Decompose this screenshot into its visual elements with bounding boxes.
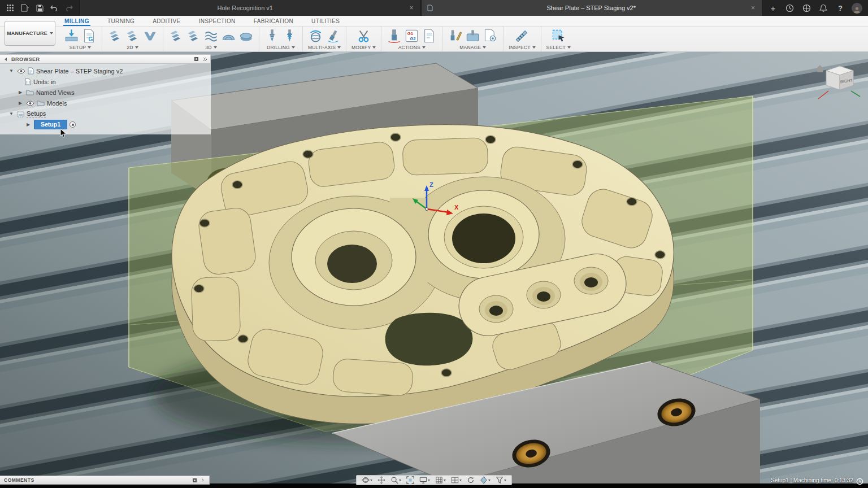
document-icon [28, 67, 34, 75]
notifications-bell-icon[interactable] [818, 2, 829, 14]
generate-nc-icon[interactable]: G [81, 28, 97, 43]
selection-filter-icon [496, 476, 504, 484]
orbit-button[interactable] [359, 476, 375, 485]
group-label-select[interactable]: SELECT [546, 45, 571, 50]
tree-row-models[interactable]: ▶ Models [0, 98, 211, 108]
close-icon[interactable]: × [408, 4, 414, 12]
collapse-left-icon[interactable] [3, 57, 8, 62]
refresh-icon [467, 476, 475, 484]
tab-utilities[interactable]: UTILITIES [310, 17, 341, 26]
selection-filter-button[interactable] [493, 476, 509, 485]
ribbon-group-drilling: DRILLING [259, 27, 303, 51]
group-label-multiaxis[interactable]: MULTI-AXIS [308, 45, 341, 50]
comments-expand-icon[interactable] [201, 478, 205, 482]
tab-milling[interactable]: MILLING [63, 17, 90, 26]
document-tab-active[interactable]: Shear Plate – STEP Staging v2* × [421, 0, 763, 16]
tree-row-named-views[interactable]: ▶ Named Views [0, 87, 211, 98]
visual-style-button[interactable] [478, 476, 493, 485]
visibility-eye-icon[interactable] [26, 101, 34, 106]
group-label-manage[interactable]: MANAGE [459, 45, 486, 50]
close-icon[interactable]: × [750, 4, 756, 12]
expand-caret-icon[interactable]: ▼ [8, 68, 15, 73]
app-grid-icon[interactable] [5, 2, 16, 14]
tree-row-document[interactable]: ▼ Shear Plate – STEP Staging v2 [0, 66, 211, 76]
scallop-icon[interactable] [221, 28, 236, 43]
group-label-2d[interactable]: 2D [127, 45, 138, 50]
expand-caret-icon[interactable]: ▼ [8, 111, 15, 116]
3d-pocket-icon[interactable] [186, 28, 201, 43]
tree-row-setup1[interactable]: ▶ Setup1 [0, 119, 211, 130]
active-setup-radio[interactable] [70, 121, 76, 128]
refresh-button[interactable] [465, 476, 477, 485]
group-label-drilling[interactable]: DRILLING [267, 45, 295, 50]
expand-caret-icon[interactable]: ▶ [17, 101, 24, 106]
select-icon[interactable] [551, 28, 566, 43]
viewports-button[interactable] [449, 476, 464, 485]
browser-tree: ▼ Shear Plate – STEP Staging v2 Units: i… [0, 64, 211, 134]
measure-icon[interactable] [514, 28, 530, 43]
parallel-icon[interactable] [203, 28, 219, 43]
new-setup-icon[interactable] [64, 28, 79, 43]
panel-expand-icon[interactable] [202, 57, 207, 62]
2d-pocket-icon[interactable] [125, 28, 140, 43]
extensions-icon[interactable] [801, 2, 812, 14]
tool-library-icon[interactable] [448, 28, 463, 43]
tab-turning[interactable]: TURNING [106, 17, 136, 26]
expand-caret-icon[interactable]: ▶ [17, 90, 24, 95]
file-menu-icon[interactable] [19, 2, 31, 14]
post-library-icon[interactable] [483, 28, 498, 43]
group-label-3d[interactable]: 3D [205, 45, 216, 50]
job-status-icon[interactable] [784, 2, 795, 14]
zoom-button[interactable] [388, 476, 403, 485]
display-settings-button[interactable] [417, 476, 432, 485]
group-label-actions[interactable]: ACTIONS [398, 45, 426, 50]
display-settings-icon [419, 476, 427, 484]
thread-icon[interactable] [282, 28, 297, 43]
pan-button[interactable] [375, 476, 388, 485]
post-process-icon[interactable]: G1G2 [404, 28, 419, 43]
workspace-label: MANUFACTURE [7, 30, 47, 36]
setup-sheet-icon[interactable] [422, 28, 437, 43]
fit-icon [406, 476, 414, 484]
help-icon[interactable]: ? [835, 2, 846, 14]
avatar[interactable] [852, 3, 862, 14]
adaptive-clearing-icon[interactable] [168, 28, 184, 43]
chevron-down-icon [504, 480, 506, 481]
comments-settings-icon[interactable] [192, 478, 197, 483]
group-label-modify[interactable]: MODIFY [351, 45, 376, 50]
tab-inspection[interactable]: INSPECTION [198, 17, 237, 26]
multiaxis-contour-icon[interactable] [308, 28, 323, 43]
mouse-cursor [60, 128, 68, 138]
drill-icon[interactable] [264, 28, 280, 43]
trim-scissors-icon[interactable] [356, 28, 371, 43]
save-icon[interactable] [34, 2, 45, 14]
tab-fabrication[interactable]: FABRICATION [253, 17, 294, 26]
2d-adaptive-icon[interactable] [107, 28, 123, 43]
flat-icon[interactable] [238, 28, 254, 43]
grid-snaps-button[interactable] [433, 476, 448, 485]
new-tab-button[interactable]: + [768, 3, 778, 13]
simulate-icon[interactable] [387, 28, 402, 43]
ribbon-tools: G SETUP 2D 3D [0, 27, 868, 51]
redo-icon[interactable] [63, 2, 75, 14]
tab-additive[interactable]: ADDITIVE [151, 17, 181, 26]
chevron-down-icon [422, 46, 426, 49]
document-tab-inactive[interactable]: Hole Recognition v1 × [79, 0, 421, 16]
group-label-inspect[interactable]: INSPECT [509, 45, 535, 50]
expand-caret-icon[interactable]: ▶ [25, 122, 32, 127]
comments-bar[interactable]: COMMENTS [0, 476, 210, 485]
machine-library-icon[interactable] [465, 28, 480, 43]
undo-icon[interactable] [49, 2, 60, 14]
titlebar-left-controls [0, 0, 79, 16]
2d-chamfer-icon[interactable] [142, 28, 158, 43]
tree-row-units[interactable]: Units: in [0, 76, 211, 87]
swarf-icon[interactable] [326, 28, 341, 43]
group-label-setup[interactable]: SETUP [70, 45, 91, 50]
visibility-eye-icon[interactable] [17, 68, 25, 74]
fit-button[interactable] [404, 476, 416, 485]
tree-row-setups[interactable]: ▼ Setups [0, 108, 211, 119]
workspace-switcher[interactable]: MANUFACTURE [5, 21, 55, 46]
document-tab-title: Hole Recognition v1 [85, 5, 405, 11]
browser-settings-icon[interactable] [194, 56, 199, 62]
ribbon-tabs: MILLING TURNING ADDITIVE INSPECTION FABR… [0, 16, 868, 27]
